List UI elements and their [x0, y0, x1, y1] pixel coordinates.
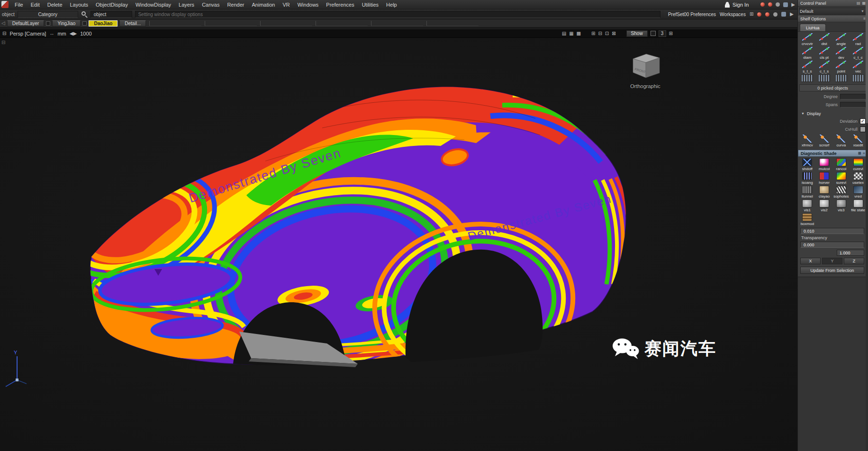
layer-slot[interactable] — [426, 21, 479, 26]
transparency-field[interactable]: 0.000 — [800, 242, 864, 248]
layer-tab-daojiao[interactable]: DaoJiao — [89, 20, 118, 27]
update-from-selection-button[interactable]: Update From Selection — [800, 267, 864, 274]
panel-dock-icon[interactable]: ▦ — [862, 1, 866, 5]
panel-scrollbar-thumb[interactable] — [866, 0, 868, 123]
marker-chip-icon[interactable] — [781, 12, 786, 17]
marker-gray-icon[interactable] — [773, 12, 778, 17]
view-icon-3[interactable]: ⊡ — [605, 31, 609, 36]
show-button[interactable]: Show — [626, 30, 648, 37]
deviation-checkbox[interactable]: ✓ — [860, 118, 866, 124]
tool-crvcvtr[interactable]: crvcvtr — [799, 33, 816, 46]
tolerance-field[interactable]: 0.010 — [800, 228, 864, 234]
pane-icon-2[interactable]: ▦ — [569, 31, 573, 36]
axis-x-button[interactable]: X — [800, 258, 821, 264]
category-dropdown[interactable]: Category — [18, 11, 78, 18]
menu-file[interactable]: File — [11, 2, 27, 8]
tool-point[interactable]: point — [833, 61, 850, 73]
layer-tab-yingjiao[interactable]: YingJiao — [52, 20, 81, 27]
record-icon[interactable] — [760, 2, 765, 7]
layer-slot[interactable] — [205, 21, 257, 26]
pane-icon-3[interactable]: ▩ — [577, 31, 581, 36]
car-3d-model[interactable]: Demonstrated By Seven Demonstrated By Se… — [0, 38, 797, 451]
tool-xsedit[interactable]: xsedit — [850, 135, 867, 147]
tool-clspt[interactable]: cls pt — [816, 47, 833, 60]
shader-clayao[interactable]: clayao — [816, 186, 833, 198]
spans-field[interactable] — [840, 102, 866, 108]
menu-edit[interactable]: Edit — [27, 2, 44, 8]
panel-scrollbar[interactable] — [866, 0, 868, 451]
display-options-field[interactable]: Setting window display options — [135, 11, 660, 18]
tool-cts[interactable]: c_t_s — [816, 61, 833, 73]
menu-animation[interactable]: Animation — [248, 2, 279, 8]
prefset-button[interactable]: PrefSet00 Preferences — [668, 12, 716, 17]
shader-curevl[interactable]: curevl — [850, 158, 867, 171]
panel-window-icon[interactable]: ▤ — [857, 1, 860, 5]
shader-isoang[interactable]: isoang — [799, 172, 816, 185]
menu-render[interactable]: Render — [223, 2, 248, 8]
marker-red2-icon[interactable] — [765, 12, 769, 17]
scale-value[interactable]: 1000 — [80, 31, 91, 36]
expand-icon[interactable]: ▶ — [790, 12, 794, 17]
menu-layouts[interactable]: Layouts — [66, 2, 92, 8]
menu-delete[interactable]: Delete — [44, 2, 66, 8]
shelf-tab-liuhua[interactable]: LiuHua — [800, 24, 826, 31]
layer-slot[interactable] — [316, 21, 368, 26]
scale-field[interactable]: 1.000 — [837, 250, 864, 256]
degree-field[interactable] — [840, 94, 866, 99]
tool-scnsrf[interactable]: scnsrf — [816, 135, 833, 147]
view-icon-4[interactable]: ⊠ — [612, 31, 615, 36]
menu-preferences[interactable]: Preferences — [322, 2, 358, 8]
view-cube[interactable]: FRONT — [628, 51, 664, 83]
shader-surevl[interactable]: surevl — [833, 172, 850, 185]
shader-vis2[interactable]: vis2 — [816, 199, 833, 212]
layer-tab-detail[interactable]: Detail... — [119, 20, 146, 27]
shader-vis1[interactable]: vis1 — [799, 199, 816, 212]
axis-z-button[interactable]: Z — [844, 258, 864, 264]
view-icon-2[interactable]: ⊟ — [598, 31, 602, 36]
menu-help[interactable]: Help — [382, 2, 401, 8]
shader-usetex[interactable]: usetex — [850, 172, 867, 185]
tool-dev[interactable]: dev — [833, 47, 850, 60]
workspaces-button[interactable]: Workspaces — [720, 12, 746, 17]
shader-rancol[interactable]: rancol — [833, 158, 850, 171]
tool-bar-4[interactable] — [850, 74, 867, 82]
layout-grid-icon[interactable]: ⊞ — [750, 12, 753, 17]
app-logo-icon[interactable] — [1, 1, 9, 8]
shelf-options-header[interactable]: Shelf Options ≡ — [798, 16, 868, 22]
shader-boxmod[interactable]: boxmod — [799, 213, 816, 226]
tool-bar-1[interactable] — [799, 74, 816, 82]
tool-angle[interactable]: angle — [833, 33, 850, 46]
layer-checkbox[interactable] — [46, 21, 50, 26]
axis-y-button[interactable]: Y — [822, 258, 842, 264]
tool-chip-icon[interactable] — [783, 2, 788, 7]
tool-bar-2[interactable] — [816, 74, 833, 82]
tool-dist[interactable]: dist — [816, 33, 833, 46]
layer-slot[interactable] — [371, 21, 423, 26]
object-field[interactable]: object — [90, 11, 132, 18]
menu-windowdisplay[interactable]: WindowDisplay — [132, 2, 175, 8]
layout-icon[interactable]: ⊞ — [669, 31, 673, 36]
grid-count-field[interactable]: 3 — [659, 30, 666, 37]
preset-dropdown[interactable]: Default ▼ — [799, 8, 867, 15]
shader-ltunnel[interactable]: ltunnel — [799, 186, 816, 198]
shader-horver[interactable]: horver — [816, 172, 833, 185]
menu-windows[interactable]: Windows — [294, 2, 323, 8]
pane-icon-1[interactable]: ▤ — [562, 31, 566, 36]
marker-red-icon[interactable] — [757, 12, 761, 17]
tool-curva[interactable]: curva — [833, 135, 850, 147]
view-icon-1[interactable]: ⊞ — [591, 31, 595, 36]
tool-bar-3[interactable] — [833, 74, 850, 82]
tool-xfrmcv[interactable]: xfrmcv — [799, 135, 816, 147]
shader-shdoff[interactable]: shdoff — [799, 158, 816, 171]
viewport-canvas[interactable]: ⊟ — [0, 38, 797, 451]
orthographic-label[interactable]: Orthographic — [622, 83, 669, 89]
tool-diam[interactable]: diam — [799, 47, 816, 60]
show-checkbox[interactable] — [651, 31, 656, 36]
sign-in-button[interactable]: Sign In — [724, 2, 749, 8]
layer-checkbox2[interactable] — [82, 21, 87, 26]
menu-layers[interactable]: Layers — [175, 2, 198, 8]
viewport-menu-icon[interactable]: ⊟ — [2, 31, 6, 36]
layer-slot[interactable] — [149, 21, 201, 26]
layer-tab-defaultlayer[interactable]: DefaultLayer — [7, 20, 45, 27]
menu-utilities[interactable]: Utilities — [358, 2, 382, 8]
